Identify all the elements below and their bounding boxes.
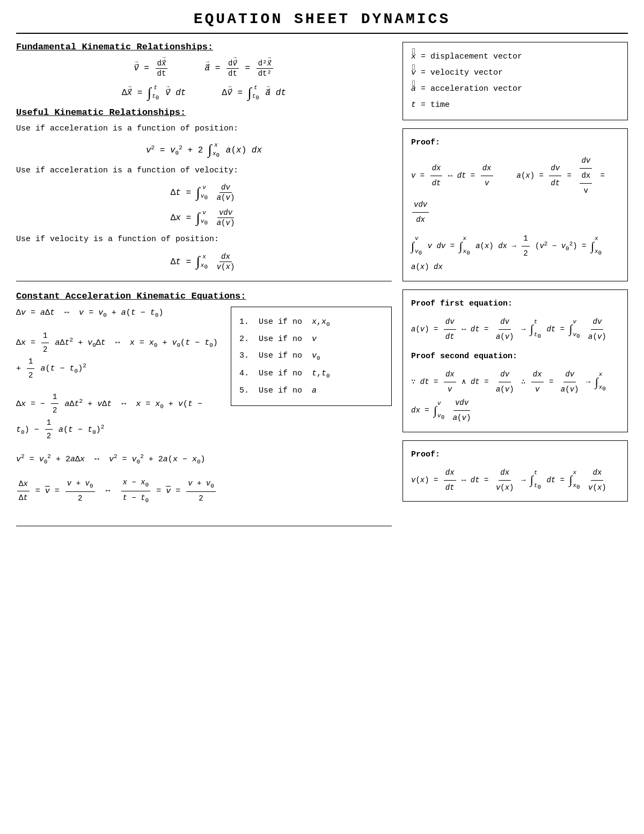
page-title: EQUATION SHEET DYNAMICS (16, 11, 628, 34)
fundamental-heading: Fundamental Kinematic Relationships: (16, 42, 392, 52)
fundamental-eq1: v⃗ = dx⃗ dt a⃗ = dv⃗ dt = d²x⃗ dt² (16, 59, 392, 78)
proof1-title: Proof: (411, 135, 619, 150)
note-2: 2. Use if no v (239, 331, 383, 348)
legend-t: t = time (411, 97, 619, 113)
proof-box-1: Proof: v = dxdt ↔ dt = dxv a(x) = dvdt =… (402, 128, 628, 281)
legend-x: x⃗ = displacement vector (411, 49, 619, 65)
useful-eq3: Δx = ∫ vv0 vdv a(v) (16, 208, 392, 227)
legend-a: a⃗ = acceleration vector (411, 81, 619, 97)
legend-box: x⃗ = displacement vector v⃗ = velocity v… (402, 42, 628, 120)
proof3-title: Proof second equation: (411, 349, 619, 364)
note-1: 1. Use if no x,x0 (239, 314, 383, 331)
const-eq2: Δx = 1 2 aΔt2 + v0Δt ↔ x = x0 + v0(t − t… (16, 330, 220, 381)
proof-box-3: Proof: v(x) = dxdt ↔ dt = dxv(x) → ∫ tt0… (402, 440, 628, 502)
useful-text3: Use if velocity is a function of positio… (16, 234, 392, 246)
note-3: 3. Use if no v0 (239, 347, 383, 365)
constant-heading: Constant Acceleration Kinematic Equation… (16, 291, 392, 301)
note-4: 4. Use if no t,t0 (239, 365, 383, 382)
notes-box: 1. Use if no x,x0 2. Use if no v 3. Use … (231, 307, 392, 406)
useful-eq1: v2 = v02 + 2 ∫ xx0 a(x) dx (16, 142, 392, 158)
useful-eq2: Δt = ∫ vv0 dv a(v) (16, 183, 392, 202)
note-5: 5. Use if no a (239, 382, 383, 400)
const-eq5: Δx Δt = v = v + v0 2 ↔ x − x0 t − t0 (16, 476, 220, 505)
proof-box-2: Proof first equation: a(v) = dvdt ↔ dt =… (402, 289, 628, 432)
useful-text1: Use if acceleration is a function of pos… (16, 123, 392, 135)
const-eq3: Δx = − 1 2 aΔt2 + vΔt ↔ x = x0 + v(t − t… (16, 391, 220, 443)
const-eq1: Δv = aΔt ↔ v = v0 + a(t − t0) (16, 307, 220, 321)
const-eq4: v2 = v02 + 2aΔx ↔ v2 = v02 + 2a(x − x0) (16, 452, 220, 467)
proof2-title: Proof first equation: (411, 296, 619, 311)
useful-eq4: Δt = ∫ xx0 dx v(x) (16, 252, 392, 271)
useful-text2: Use if acceleration is a function of vel… (16, 165, 392, 177)
legend-v: v⃗ = velocity vector (411, 65, 619, 81)
useful-heading: Useful Kinematic Relationships: (16, 107, 392, 118)
fundamental-eq2: Δx⃗ = ∫ tt0 v⃗ dt Δv⃗ = ∫ tt0 a⃗ dt (16, 84, 392, 101)
proof4-title: Proof: (411, 447, 619, 462)
